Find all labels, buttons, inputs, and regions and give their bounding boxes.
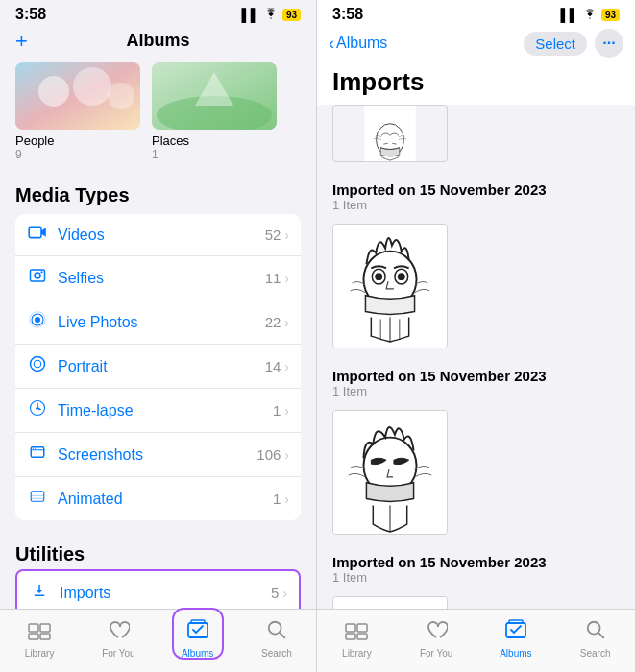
- right-library-icon: [345, 619, 368, 646]
- svg-point-10: [40, 271, 42, 273]
- imports-icon: [29, 582, 50, 604]
- portrait-chevron: ›: [284, 359, 289, 374]
- imports-highlighted[interactable]: Imports 5 ›: [15, 569, 301, 609]
- more-button[interactable]: ···: [595, 29, 623, 58]
- import-group-2-header: Imported on 15 November 2023 1 Item: [317, 356, 635, 402]
- import-image-1[interactable]: [317, 216, 635, 356]
- left-status-icons: ▌▌ 93: [241, 8, 301, 22]
- people-count: 9: [15, 148, 22, 161]
- library-icon: [28, 619, 51, 646]
- wifi-icon: [263, 8, 279, 22]
- right-nav-actions: Select ···: [524, 29, 623, 58]
- right-content: Imported on 15 November 2023 1 Item: [317, 105, 635, 609]
- selfies-chevron: ›: [284, 271, 289, 286]
- selfies-item[interactable]: Selfies 11 ›: [15, 256, 301, 300]
- right-search-label: Search: [580, 648, 611, 659]
- timelapse-label: Time-lapse: [58, 402, 273, 420]
- svg-point-15: [34, 360, 41, 368]
- right-tab-for-you[interactable]: For You: [397, 617, 476, 660]
- left-time: 3:58: [15, 6, 46, 23]
- imports-chevron: ›: [282, 586, 287, 601]
- videos-chevron: ›: [284, 228, 289, 243]
- utilities-header: Utilities: [0, 532, 316, 569]
- svg-point-1: [38, 76, 69, 107]
- svg-point-11: [35, 317, 40, 323]
- library-tab-label: Library: [25, 648, 55, 659]
- portrait-icon: [27, 355, 48, 377]
- screenshots-count: 106: [256, 446, 281, 463]
- right-tab-bar: Library For You Albums: [317, 609, 635, 672]
- animated-item[interactable]: Animated 1 ›: [15, 477, 301, 520]
- svg-point-3: [108, 83, 134, 109]
- timelapse-item[interactable]: Time-lapse 1 ›: [15, 389, 301, 433]
- svg-rect-26: [40, 634, 50, 639]
- portrait-item[interactable]: Portrait 14 ›: [15, 345, 301, 389]
- back-button[interactable]: ‹ Albums: [329, 34, 387, 54]
- right-tab-library[interactable]: Library: [317, 617, 397, 660]
- tab-library[interactable]: Library: [0, 617, 79, 660]
- videos-count: 52: [265, 227, 281, 243]
- videos-item[interactable]: Videos 52 ›: [15, 214, 301, 256]
- import-image-3[interactable]: [317, 588, 635, 609]
- select-button[interactable]: Select: [524, 32, 587, 56]
- svg-rect-23: [29, 624, 38, 632]
- imports-list-item[interactable]: Imports 5 ›: [17, 571, 299, 609]
- places-count: 1: [152, 148, 159, 161]
- videos-icon: [27, 225, 48, 245]
- svg-point-19: [33, 448, 34, 449]
- svg-point-54: [587, 622, 599, 635]
- right-tab-albums[interactable]: Albums: [476, 617, 556, 660]
- tab-albums[interactable]: Albums: [159, 617, 237, 660]
- people-album[interactable]: People 9: [15, 62, 140, 161]
- right-tab-search[interactable]: Search: [555, 617, 635, 660]
- animated-chevron: ›: [284, 492, 289, 507]
- add-album-button[interactable]: +: [15, 29, 28, 54]
- live-photos-icon: [27, 311, 48, 333]
- right-for-you-label: For You: [420, 648, 452, 659]
- svg-rect-53: [509, 620, 523, 623]
- live-photos-chevron: ›: [284, 315, 289, 330]
- animated-count: 1: [273, 491, 281, 507]
- album-thumbnails: People 9 Places 1: [0, 59, 316, 173]
- right-status-bar: 3:58 ▌▌ 93: [317, 0, 635, 27]
- svg-rect-49: [357, 624, 367, 632]
- albums-tab-highlight: [172, 608, 224, 660]
- imports-count: 5: [271, 585, 279, 601]
- import-date-3: Imported on 15 November 2023: [332, 554, 620, 570]
- svg-rect-48: [346, 624, 355, 632]
- left-panel: 3:58 ▌▌ 93 + Albums: [0, 0, 317, 672]
- right-battery: 93: [601, 9, 620, 21]
- selfies-count: 11: [265, 270, 281, 286]
- right-nav: ‹ Albums Select ···: [317, 27, 635, 65]
- portrait-count: 14: [265, 358, 281, 374]
- tab-for-you[interactable]: For You: [79, 617, 158, 660]
- screenshots-item[interactable]: Screenshots 106 ›: [15, 433, 301, 477]
- right-panel: 3:58 ▌▌ 93 ‹ Albums Select ··· Imp: [317, 0, 635, 672]
- svg-point-14: [31, 357, 45, 372]
- svg-point-9: [35, 273, 40, 278]
- for-you-tab-label: For You: [102, 648, 134, 659]
- live-photos-item[interactable]: Live Photos 22 ›: [15, 300, 301, 345]
- import-image-2[interactable]: [317, 402, 635, 542]
- svg-rect-7: [29, 227, 41, 237]
- live-photos-count: 22: [265, 314, 281, 330]
- left-page-title: Albums: [126, 31, 189, 51]
- import-group-1-header: Imported on 15 November 2023 1 Item: [317, 170, 635, 216]
- videos-label: Videos: [58, 227, 265, 244]
- right-status-icons: ▌▌ 93: [560, 8, 620, 22]
- screenshots-icon: [27, 444, 48, 466]
- animated-label: Animated: [58, 491, 273, 508]
- svg-point-39: [398, 273, 405, 280]
- svg-rect-51: [357, 634, 367, 639]
- left-status-bar: 3:58 ▌▌ 93: [0, 0, 316, 27]
- svg-point-20: [35, 448, 36, 449]
- places-album[interactable]: Places 1: [152, 62, 277, 161]
- imports-label: Imports: [60, 585, 271, 602]
- right-albums-label: Albums: [500, 648, 531, 659]
- timelapse-chevron: ›: [284, 403, 289, 419]
- tab-search[interactable]: Search: [237, 617, 316, 660]
- back-label: Albums: [336, 35, 387, 52]
- import-group-3-header: Imported on 15 November 2023 1 Item: [317, 542, 635, 588]
- right-page-title: Imports: [317, 65, 635, 105]
- import-date-1: Imported on 15 November 2023: [332, 181, 620, 198]
